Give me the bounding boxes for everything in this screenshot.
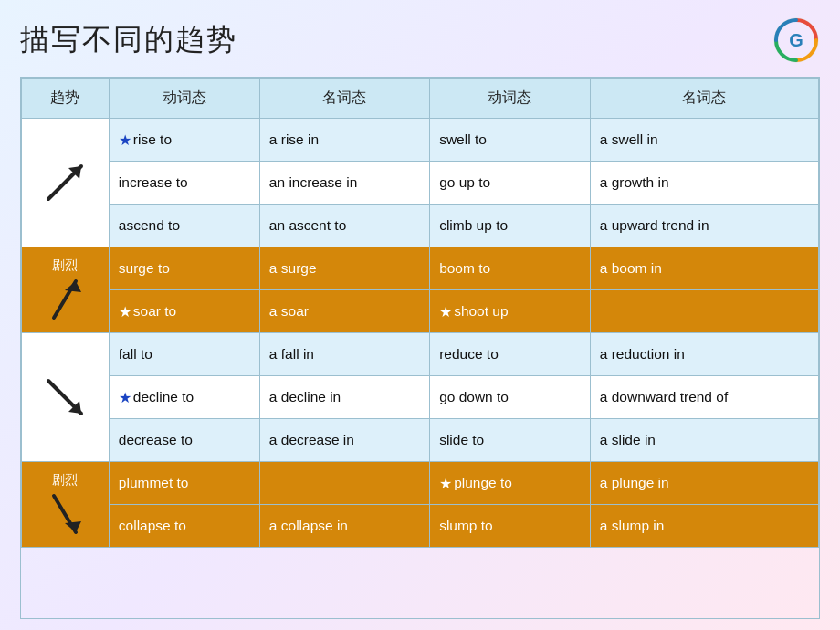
trend-cell-up_mild bbox=[22, 119, 110, 247]
cell-n2-3-0: a plunge in bbox=[590, 462, 818, 505]
arrow-up-mild-icon bbox=[41, 159, 89, 206]
header-v2: 动词态 bbox=[430, 79, 591, 119]
cell-n1-3-0 bbox=[259, 462, 429, 505]
cell-v1-0-2: ascend to bbox=[109, 205, 259, 247]
cell-v1-0-1: increase to bbox=[109, 162, 259, 205]
cell-n2-1-0: a boom in bbox=[590, 247, 818, 290]
trend-cell-down_mild bbox=[22, 333, 110, 462]
cell-v2-0-0: swell to bbox=[430, 119, 591, 162]
cell-text: shoot up bbox=[454, 303, 508, 320]
arrow-down-strong-icon bbox=[41, 490, 89, 538]
cell-v2-2-2: slide to bbox=[430, 419, 591, 462]
cell-v2-3-0: ★plunge to bbox=[430, 462, 591, 505]
cell-n1-0-2: an ascent to bbox=[259, 205, 429, 247]
cell-n2-2-1: a downward trend of bbox=[590, 376, 818, 419]
cell-v1-0-0: ★rise to bbox=[109, 119, 259, 162]
star-icon: ★ bbox=[119, 303, 131, 320]
page-title: 描写不同的趋势 bbox=[20, 20, 237, 60]
cell-v2-2-1: go down to bbox=[430, 376, 591, 419]
logo-icon: G bbox=[772, 16, 820, 64]
cell-v2-2-0: reduce to bbox=[430, 333, 591, 376]
cell-v2-1-0: boom to bbox=[430, 247, 591, 290]
trend-label: 剧烈 bbox=[52, 257, 78, 274]
cell-n2-1-1 bbox=[590, 290, 818, 333]
cell-v2-1-1: ★shoot up bbox=[430, 290, 591, 333]
table-header-row: 趋势 动词态 名词态 动词态 名词态 bbox=[22, 79, 819, 119]
cell-v1-3-1: collapse to bbox=[109, 505, 259, 548]
page-wrapper: 描写不同的趋势 G 趋势 动词态 bbox=[0, 0, 840, 630]
svg-text:G: G bbox=[789, 30, 803, 50]
cell-v1-1-1: ★soar to bbox=[109, 290, 259, 333]
cell-v2-3-1: slump to bbox=[430, 505, 591, 548]
trend-cell-down_strong: 剧烈 bbox=[22, 462, 110, 548]
cell-v1-1-0: surge to bbox=[109, 247, 259, 290]
arrow-up-strong-icon bbox=[41, 276, 89, 323]
cell-n1-2-2: a decrease in bbox=[259, 419, 429, 462]
arrow-down-mild-icon bbox=[41, 373, 89, 421]
cell-v1-2-1: ★decline to bbox=[109, 376, 259, 419]
star-icon: ★ bbox=[119, 389, 131, 406]
cell-v2-0-2: climb up to bbox=[430, 205, 591, 247]
cell-text: rise to bbox=[133, 131, 172, 148]
table-container: 趋势 动词态 名词态 动词态 名词态 ★rise toa rise inswel… bbox=[20, 77, 820, 619]
cell-n1-2-0: a fall in bbox=[259, 333, 429, 376]
header-n2: 名词态 bbox=[590, 79, 818, 119]
cell-text: decline to bbox=[133, 389, 194, 405]
cell-n1-0-1: an increase in bbox=[259, 162, 429, 205]
cell-text: plunge to bbox=[454, 475, 512, 491]
cell-v1-2-2: decrease to bbox=[109, 419, 259, 462]
trend-cell-up_strong: 剧烈 bbox=[22, 247, 110, 333]
cell-n2-3-1: a slump in bbox=[590, 505, 818, 548]
header-trend: 趋势 bbox=[22, 79, 110, 119]
cell-n1-1-1: a soar bbox=[259, 290, 429, 333]
header-n1: 名词态 bbox=[259, 79, 429, 119]
cell-n2-0-0: a swell in bbox=[590, 119, 818, 162]
cell-n2-2-0: a reduction in bbox=[590, 333, 818, 376]
cell-text: soar to bbox=[133, 303, 176, 320]
cell-n2-0-2: a upward trend in bbox=[590, 205, 818, 247]
star-icon: ★ bbox=[439, 303, 452, 320]
cell-v1-3-0: plummet to bbox=[109, 462, 259, 505]
cell-n1-0-0: a rise in bbox=[259, 119, 429, 162]
cell-n1-2-1: a decline in bbox=[259, 376, 429, 419]
cell-v2-0-1: go up to bbox=[430, 162, 591, 205]
cell-n1-1-0: a surge bbox=[259, 247, 429, 290]
header: 描写不同的趋势 G bbox=[20, 16, 820, 64]
cell-n2-0-1: a growth in bbox=[590, 162, 818, 205]
star-icon: ★ bbox=[439, 475, 452, 492]
trend-label: 剧烈 bbox=[52, 472, 78, 488]
cell-v1-2-0: fall to bbox=[109, 333, 259, 376]
header-v1: 动词态 bbox=[109, 79, 259, 119]
cell-n2-2-2: a slide in bbox=[590, 419, 818, 462]
cell-n1-3-1: a collapse in bbox=[259, 505, 429, 548]
star-icon: ★ bbox=[119, 131, 131, 149]
main-table: 趋势 动词态 名词态 动词态 名词态 ★rise toa rise inswel… bbox=[21, 78, 819, 548]
